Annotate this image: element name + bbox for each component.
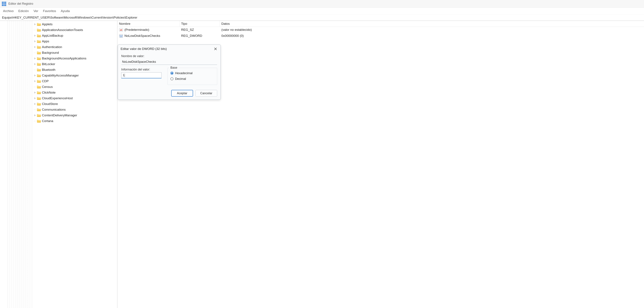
tree-item[interactable]: Apps bbox=[0, 38, 117, 44]
folder-icon bbox=[37, 102, 41, 106]
values-pane: Nombre Tipo Datos ab(Predeterminado)REG_… bbox=[118, 21, 644, 308]
expander-icon[interactable] bbox=[34, 34, 36, 37]
tree-item-label: Authentication bbox=[42, 45, 62, 49]
dialog-titlebar[interactable]: Editar valor de DWORD (32 bits) bbox=[118, 45, 220, 53]
value-row[interactable]: ab(Predeterminado)REG_SZ(valor no establ… bbox=[118, 27, 644, 33]
tree-item[interactable]: Authentication bbox=[0, 44, 117, 50]
tree-item-label: Background bbox=[42, 51, 59, 55]
tree-item[interactable]: ContentDeliveryManager bbox=[0, 113, 117, 118]
expander-icon[interactable] bbox=[34, 57, 36, 60]
value-name-input[interactable]: NoLowDiskSpaceChecks bbox=[121, 59, 217, 65]
folder-icon bbox=[37, 97, 41, 100]
value-type: REG_SZ bbox=[180, 28, 220, 32]
dialog-title-text: Editar valor de DWORD (32 bits) bbox=[120, 47, 167, 51]
value-data-input[interactable]: 1 bbox=[121, 72, 162, 78]
folder-icon bbox=[37, 80, 41, 83]
svg-rect-0 bbox=[2, 2, 3, 3]
edit-dword-dialog: Editar valor de DWORD (32 bits) Nombre d… bbox=[118, 44, 221, 100]
tree-item-label: BackgroundAccessApplications bbox=[42, 57, 86, 60]
window-title: Editor del Registro bbox=[8, 2, 33, 5]
column-header-data[interactable]: Datos bbox=[220, 21, 644, 27]
tree-item[interactable]: ApplicationAssociationToasts bbox=[0, 27, 117, 33]
tree-connector-icon bbox=[34, 29, 36, 31]
expander-icon[interactable] bbox=[34, 40, 36, 43]
expander-icon[interactable] bbox=[34, 114, 36, 117]
column-header-type[interactable]: Tipo bbox=[180, 21, 220, 27]
svg-rect-3 bbox=[2, 3, 3, 4]
value-field-label: Información del valor: bbox=[121, 68, 162, 71]
folder-icon bbox=[37, 119, 41, 123]
tree-item[interactable]: Communications bbox=[0, 107, 117, 113]
menu-ayuda[interactable]: Ayuda bbox=[59, 8, 72, 14]
tree-item-label: Census bbox=[42, 85, 53, 89]
address-path: Equipo\HKEY_CURRENT_USER\Software\Micros… bbox=[2, 16, 137, 19]
svg-rect-5 bbox=[5, 3, 6, 4]
tree-item[interactable]: Applets bbox=[0, 21, 117, 27]
expander-icon[interactable] bbox=[34, 80, 36, 83]
value-name: (Predeterminado) bbox=[124, 28, 149, 32]
expander-icon[interactable] bbox=[34, 103, 36, 105]
expander-icon[interactable] bbox=[34, 63, 36, 65]
folder-icon bbox=[37, 68, 41, 71]
tree-item[interactable]: AppListBackup bbox=[0, 33, 117, 38]
expander-icon[interactable] bbox=[34, 91, 36, 94]
folder-icon bbox=[37, 74, 41, 77]
radio-hex-label: Hexadecimal bbox=[175, 71, 192, 75]
radio-dot-icon bbox=[170, 72, 174, 75]
column-header-name[interactable]: Nombre bbox=[118, 21, 180, 27]
tree-item-label: CloudStore bbox=[42, 102, 58, 106]
svg-rect-2 bbox=[5, 2, 6, 3]
value-row[interactable]: 01101001NoLowDiskSpaceChecksREG_DWORD0x0… bbox=[118, 33, 644, 39]
folder-icon bbox=[37, 51, 41, 54]
tree-connector-icon bbox=[34, 51, 36, 54]
folder-icon bbox=[37, 91, 41, 94]
radio-hexadecimal[interactable]: Hexadecimal bbox=[170, 70, 214, 76]
svg-rect-6 bbox=[2, 5, 3, 6]
tree-item-label: CloudExperienceHost bbox=[42, 96, 73, 100]
tree-pane[interactable]: AppletsApplicationAssociationToastsAppLi… bbox=[0, 21, 118, 308]
svg-rect-8 bbox=[5, 5, 6, 6]
tree-item-label: Apps bbox=[42, 39, 49, 43]
tree-item-label: ClickNote bbox=[42, 91, 56, 94]
tree-item[interactable]: CloudStore bbox=[0, 101, 117, 107]
tree-item[interactable]: CloudExperienceHost bbox=[0, 95, 117, 101]
split-panes: AppletsApplicationAssociationToastsAppLi… bbox=[0, 21, 644, 308]
tree-item[interactable]: Cortana bbox=[0, 118, 117, 124]
menu-ver[interactable]: Ver bbox=[32, 8, 40, 14]
tree-item-label: Communications bbox=[42, 108, 66, 112]
tree-item[interactable]: CDP bbox=[0, 78, 117, 84]
dialog-close-button[interactable] bbox=[213, 46, 218, 51]
menu-archivo[interactable]: Archivo bbox=[1, 8, 16, 14]
tree-item[interactable]: Bluetooth bbox=[0, 67, 117, 73]
tree-item-label: Cortana bbox=[42, 119, 53, 123]
expander-icon[interactable] bbox=[34, 97, 36, 100]
ok-button[interactable]: Aceptar bbox=[171, 90, 193, 97]
registry-tree[interactable]: AppletsApplicationAssociationToastsAppLi… bbox=[0, 21, 117, 124]
tree-item[interactable]: Census bbox=[0, 84, 117, 90]
base-legend: Base bbox=[170, 66, 178, 69]
tree-item-label: ApplicationAssociationToasts bbox=[42, 28, 83, 32]
menu-favoritos[interactable]: Favoritos bbox=[41, 8, 58, 14]
menubar: Archivo Edición Ver Favoritos Ayuda bbox=[0, 8, 644, 14]
tree-item[interactable]: BackgroundAccessApplications bbox=[0, 56, 117, 61]
reg-string-icon: ab bbox=[119, 28, 123, 32]
menu-edicion[interactable]: Edición bbox=[16, 8, 31, 14]
tree-connector-icon bbox=[34, 68, 36, 71]
base-group: Base Hexadecimal Decimal bbox=[168, 68, 217, 85]
name-field-label: Nombre de valor: bbox=[121, 54, 217, 58]
addressbar[interactable]: Equipo\HKEY_CURRENT_USER\Software\Micros… bbox=[0, 14, 644, 21]
expander-icon[interactable] bbox=[34, 23, 36, 26]
expander-icon[interactable] bbox=[34, 74, 36, 77]
tree-item[interactable]: Background bbox=[0, 50, 117, 56]
values-list[interactable]: ab(Predeterminado)REG_SZ(valor no establ… bbox=[118, 27, 644, 39]
radio-decimal[interactable]: Decimal bbox=[170, 76, 214, 82]
close-icon bbox=[214, 47, 217, 50]
svg-rect-1 bbox=[4, 2, 5, 3]
svg-rect-4 bbox=[4, 3, 5, 4]
tree-item[interactable]: CapabilityAccessManager bbox=[0, 73, 117, 78]
radio-dot-icon bbox=[170, 77, 174, 80]
tree-item[interactable]: BitLocker bbox=[0, 61, 117, 67]
cancel-button[interactable]: Cancelar bbox=[196, 90, 217, 97]
expander-icon[interactable] bbox=[34, 46, 36, 48]
tree-item[interactable]: ClickNote bbox=[0, 90, 117, 95]
